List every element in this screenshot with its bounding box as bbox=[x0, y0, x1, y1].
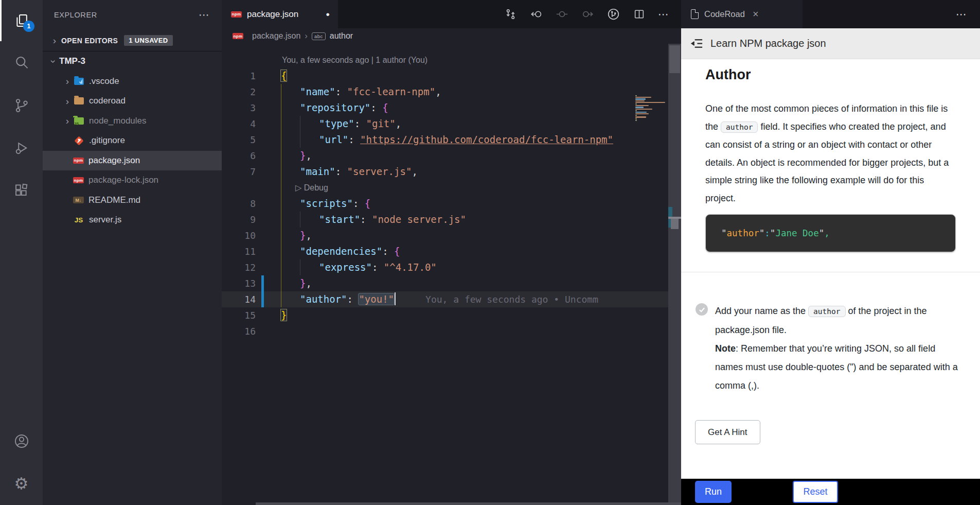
breadcrumb-file[interactable]: package.json bbox=[252, 31, 300, 41]
panel-footer: Run Reset bbox=[681, 479, 980, 505]
code-line-7[interactable]: 7"main": "server.js", bbox=[222, 164, 636, 180]
tab-coderoad[interactable]: CodeRoad × bbox=[681, 0, 803, 28]
split-editor-icon[interactable] bbox=[632, 8, 646, 21]
unsaved-badge: 1 UNSAVED bbox=[124, 35, 172, 46]
panel-more-actions-icon[interactable]: ⋯ bbox=[956, 8, 980, 21]
root-folder-label: TMP-3 bbox=[59, 56, 85, 66]
inline-blame: You, a few seconds ago • Uncomm bbox=[425, 294, 598, 305]
file-tree: › TMP-3 ›.vscode›coderoad›JSnode_modules… bbox=[43, 51, 222, 505]
code-line-12[interactable]: 12"express": "^4.17.0" bbox=[222, 259, 636, 275]
git-icon bbox=[74, 136, 83, 145]
code-editor[interactable]: You, a few seconds ago | 1 author (You)1… bbox=[222, 44, 681, 505]
npm-icon: npm bbox=[233, 33, 243, 39]
code-line-4[interactable]: 4"type": "git", bbox=[222, 116, 636, 132]
next-change-icon[interactable] bbox=[581, 8, 594, 21]
activity-source-control-button[interactable] bbox=[0, 84, 43, 127]
coderoad-panel: CodeRoad × ⋯ Learn NPM package json Auth… bbox=[681, 0, 980, 505]
node-modules-folder-icon: JS bbox=[74, 117, 84, 125]
chevron-down-icon: › bbox=[49, 56, 59, 67]
editor-tab-bar: npm package.json ● bbox=[222, 0, 681, 28]
minimap[interactable] bbox=[635, 95, 667, 121]
code-line-10[interactable]: 10}, bbox=[222, 228, 636, 243]
chevron-right-icon: › bbox=[49, 36, 60, 45]
search-icon bbox=[14, 55, 29, 71]
panel-tab-bar: CodeRoad × ⋯ bbox=[681, 0, 980, 28]
chevron-right-icon: › bbox=[62, 116, 73, 126]
timeline-run-icon[interactable] bbox=[607, 8, 620, 21]
tab-package-json[interactable]: npm package.json ● bbox=[222, 0, 338, 28]
activity-account-button[interactable] bbox=[0, 420, 43, 462]
change-marker-icon[interactable] bbox=[555, 8, 568, 21]
line-number: 16 bbox=[222, 323, 256, 339]
tab-label: package.json bbox=[247, 9, 298, 20]
files-badge: 1 bbox=[23, 21, 34, 32]
file-tree-item-server-js[interactable]: JSserver.js bbox=[43, 210, 222, 230]
tutorial-title: Learn NPM package json bbox=[710, 38, 826, 49]
code-line-11[interactable]: 11"dependencies": { bbox=[222, 243, 636, 259]
activity-run-debug-button[interactable] bbox=[0, 127, 43, 169]
code-line-9[interactable]: 9"start": "node server.js" bbox=[222, 212, 636, 228]
explorer-more-actions-icon[interactable]: ⋯ bbox=[199, 9, 210, 21]
tutorial-content: Author One of the most common pieces of … bbox=[681, 60, 980, 479]
code-line-13[interactable]: 13}, bbox=[222, 275, 636, 291]
previous-change-icon[interactable] bbox=[529, 8, 543, 21]
activity-extensions-button[interactable] bbox=[0, 169, 43, 212]
code-line-5[interactable]: 5"url": "https://github.com/coderoad/fcc… bbox=[222, 132, 636, 148]
activity-bar: 1 bbox=[0, 0, 43, 505]
explorer-header: EXPLORER ⋯ bbox=[43, 0, 222, 30]
get-a-hint-button[interactable]: Get A Hint bbox=[695, 420, 760, 444]
js-icon: JS bbox=[73, 215, 84, 224]
folder-icon bbox=[74, 97, 84, 105]
open-changes-icon[interactable] bbox=[504, 8, 517, 21]
lesson-heading: Author bbox=[705, 67, 751, 83]
abc-symbol-icon: abc bbox=[312, 32, 326, 40]
scrollbar-thumb[interactable] bbox=[669, 45, 680, 73]
open-editors-section[interactable]: › OPEN EDITORS 1 UNSAVED bbox=[43, 30, 222, 51]
code-line-1[interactable]: 1{ bbox=[222, 68, 636, 84]
explorer-title: EXPLORER bbox=[54, 11, 97, 19]
activity-search-button[interactable] bbox=[0, 41, 43, 84]
file-tree-item-package-json[interactable]: npmpackage.json bbox=[43, 151, 222, 171]
inline-code-author: author bbox=[808, 306, 845, 317]
chevron-right-icon: › bbox=[62, 76, 73, 86]
code-line-8[interactable]: 8"scripts": { bbox=[222, 196, 636, 212]
activity-settings-button[interactable]: ⚙ bbox=[0, 462, 43, 505]
codelens[interactable]: You, a few seconds ago | 1 author (You) bbox=[222, 52, 636, 68]
file-tree-item-node-modules[interactable]: ›JSnode_modules bbox=[43, 111, 222, 131]
coderoad-tab-label: CodeRoad bbox=[704, 9, 745, 19]
horizontal-scrollbar[interactable] bbox=[256, 502, 681, 505]
reset-button[interactable]: Reset bbox=[793, 481, 838, 503]
code-line-6[interactable]: 6}, bbox=[222, 148, 636, 164]
code-line-3[interactable]: 3"repository": { bbox=[222, 100, 636, 116]
code-line-16[interactable]: 16 bbox=[222, 323, 636, 339]
npm-icon: npm bbox=[73, 177, 84, 183]
close-icon[interactable]: × bbox=[753, 8, 759, 20]
account-icon bbox=[13, 433, 30, 449]
run-debug-icon bbox=[14, 141, 29, 156]
file-tree-item-package-lock-json[interactable]: npmpackage-lock.json bbox=[43, 170, 222, 190]
activity-explorer-button[interactable]: 1 bbox=[0, 0, 43, 41]
file-tree-item--gitignore[interactable]: .gitignore bbox=[43, 131, 222, 151]
file-tree-item--vscode[interactable]: ›.vscode bbox=[43, 72, 222, 92]
editor-more-actions-icon[interactable]: ⋯ bbox=[658, 8, 670, 21]
inline-code-author: author bbox=[721, 121, 758, 133]
breadcrumb-symbol[interactable]: author bbox=[330, 31, 353, 41]
extensions-icon bbox=[14, 183, 29, 199]
text-cursor bbox=[395, 292, 396, 305]
code-line-15[interactable]: 15} bbox=[222, 307, 636, 323]
editor-scrollbar[interactable] bbox=[668, 44, 681, 505]
lesson-paragraph: One of the most common pieces of informa… bbox=[705, 100, 956, 207]
file-tree-item-coderoad[interactable]: ›coderoad bbox=[43, 91, 222, 111]
code-line-2[interactable]: 2"name": "fcc-learn-npm", bbox=[222, 84, 636, 100]
back-to-menu-icon[interactable] bbox=[690, 37, 704, 50]
overview-ruler-cursor-marker bbox=[671, 219, 679, 229]
gear-icon: ⚙ bbox=[14, 476, 29, 492]
folder-root-tmp-3[interactable]: › TMP-3 bbox=[43, 51, 222, 72]
document-icon bbox=[691, 9, 699, 19]
unsaved-dot-icon[interactable]: ● bbox=[326, 10, 330, 18]
run-button[interactable]: Run bbox=[695, 481, 732, 503]
divider bbox=[681, 272, 980, 272]
file-tree-item-README-md[interactable]: M↓README.md bbox=[43, 190, 222, 211]
code-line-14[interactable]: 14"author": "you!"You, a few seconds ago… bbox=[222, 291, 681, 307]
codelens[interactable]: ▷ Debug bbox=[222, 180, 636, 196]
